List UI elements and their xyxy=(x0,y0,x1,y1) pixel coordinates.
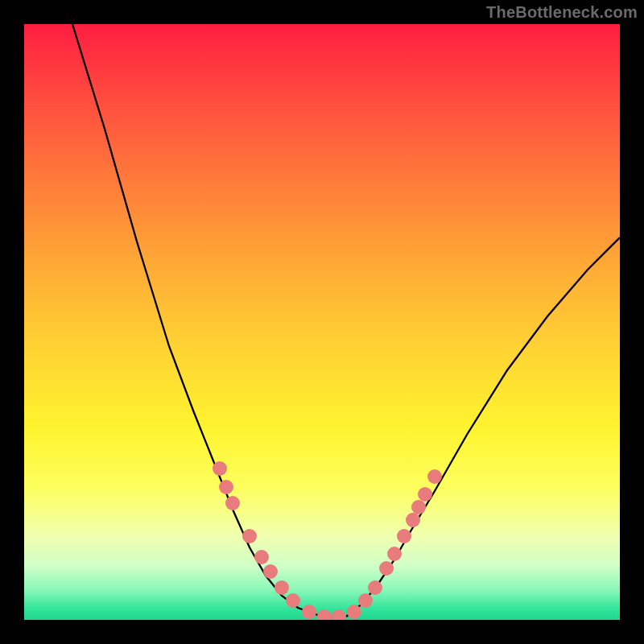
marker-dot xyxy=(368,580,382,595)
marker-dot xyxy=(387,547,402,561)
marker-dot xyxy=(379,561,394,576)
outer-frame: TheBottleneck.com xyxy=(0,0,644,644)
marker-dot xyxy=(418,487,432,502)
gradient-plot-area xyxy=(24,24,620,620)
marker-dots-group xyxy=(213,461,442,620)
marker-dot xyxy=(263,564,278,579)
curve-left-path xyxy=(72,24,322,617)
marker-dot xyxy=(219,480,233,494)
marker-dot xyxy=(406,513,420,527)
marker-dot xyxy=(242,529,257,543)
marker-dot xyxy=(254,550,269,564)
chart-svg xyxy=(24,24,620,620)
marker-dot xyxy=(302,605,316,619)
marker-dot xyxy=(358,593,373,608)
marker-dot xyxy=(317,609,332,620)
watermark-text: TheBottleneck.com xyxy=(486,3,638,22)
marker-dot xyxy=(427,469,442,484)
marker-dot xyxy=(213,461,227,476)
marker-dot xyxy=(332,609,346,620)
marker-dot xyxy=(397,529,411,543)
marker-dot xyxy=(411,500,426,514)
marker-dot xyxy=(347,605,361,619)
marker-dot xyxy=(225,496,240,510)
marker-dot xyxy=(286,593,300,608)
curve-right-path xyxy=(346,237,620,617)
marker-dot xyxy=(275,580,289,595)
